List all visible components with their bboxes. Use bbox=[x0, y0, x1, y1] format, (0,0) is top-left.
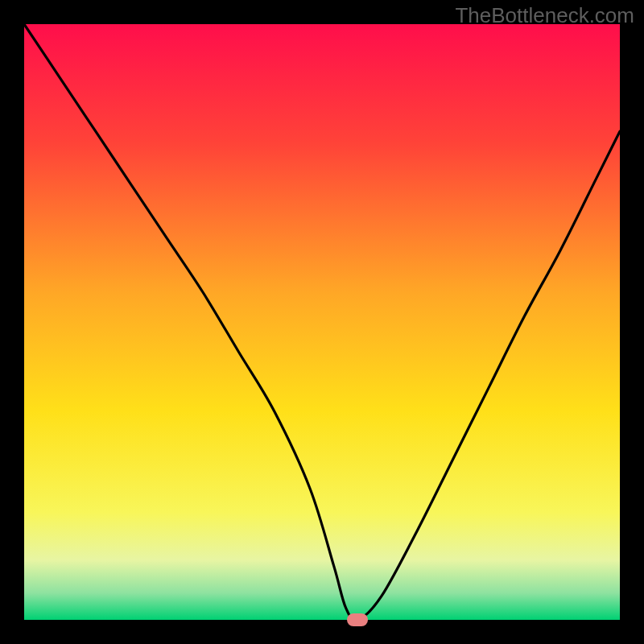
plot-area bbox=[24, 24, 620, 620]
gradient-rect bbox=[24, 24, 620, 620]
optimal-marker bbox=[347, 613, 368, 626]
chart-frame: TheBottleneck.com bbox=[0, 0, 644, 644]
chart-svg bbox=[24, 24, 620, 620]
